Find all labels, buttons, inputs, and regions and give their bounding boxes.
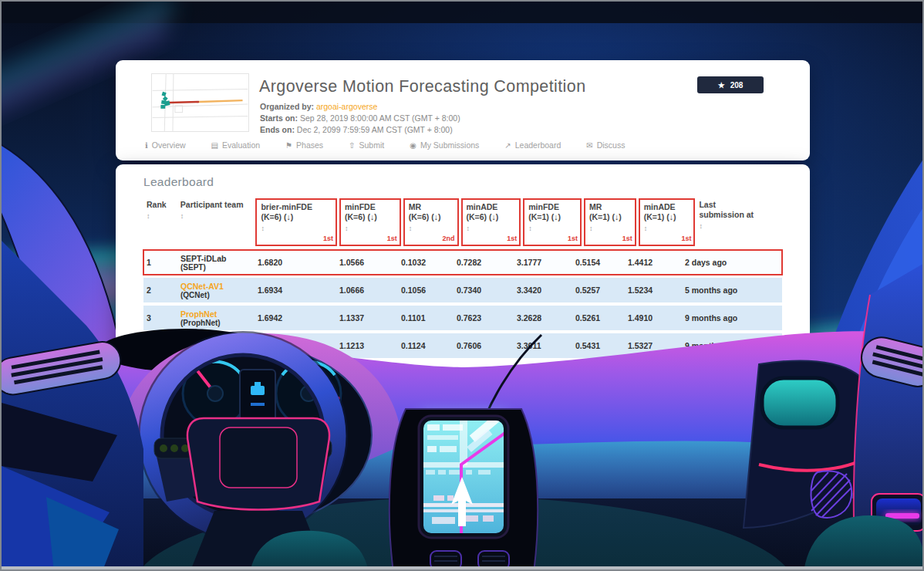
tab-submit[interactable]: ⇧Submit	[349, 140, 384, 150]
organizer-link[interactable]: argoai-argoverse	[316, 102, 377, 111]
tachometer-label: REV	[210, 418, 221, 424]
metric-value: 0.5154	[574, 256, 626, 269]
nav-screen-frame	[419, 416, 508, 538]
sort-icon[interactable]: ↕	[589, 224, 593, 234]
row-rank: 4	[143, 340, 179, 352]
column-header-mr-k6[interactable]: MR(K=6) (↓)↕2nd	[403, 198, 459, 246]
tab-label: Evaluation	[222, 140, 260, 150]
column-label: Rank	[147, 200, 177, 210]
tab-discuss[interactable]: ✉Discuss	[586, 140, 625, 150]
sort-icon[interactable]: ↕	[180, 211, 184, 221]
metric-value: 3.1777	[515, 256, 574, 269]
upload-icon: ⇧	[349, 141, 355, 150]
tab-evaluation[interactable]: ▤Evaluation	[211, 140, 261, 150]
page-title: Argoverse Motion Forecasting Competition	[259, 77, 586, 96]
tab-my-submissions[interactable]: ◉My Submissions	[410, 140, 479, 150]
column-header-mr-k1[interactable]: MR(K=1) (↓)↕1st	[584, 198, 636, 246]
sort-icon[interactable]: ↕	[345, 224, 349, 234]
column-header-minade-k6[interactable]: minADE(K=6) (↓)↕1st	[461, 198, 521, 246]
team-cell: QCNet-AV1(QCNet)	[179, 280, 256, 301]
row-rank: 3	[143, 312, 179, 324]
column-rank-badge: 1st	[568, 234, 578, 244]
column-rank-badge: 1st	[507, 234, 517, 244]
starts-on-line: Starts on: Sep 28, 2019 8:00:00 AM CST (…	[260, 113, 460, 123]
spoke-grille-right	[287, 438, 332, 458]
right-dash-vent	[811, 471, 851, 518]
left-seat	[250, 531, 369, 571]
discuss-icon: ✉	[586, 141, 592, 150]
team-name[interactable]: QCNet-AV1	[180, 282, 251, 291]
table-row: 3ProphNet(ProphNet)1.69421.13370.11010.7…	[143, 306, 782, 330]
tab-label: Overview	[152, 140, 186, 150]
leaderboard-body: 1SEPT-iDLab(SEPT)1.68201.05660.10320.728…	[143, 250, 782, 358]
tab-phases[interactable]: ⚑Phases	[285, 140, 323, 150]
left-door-handle	[2, 339, 123, 397]
column-header-last-submission[interactable]: Lastsubmission at↕	[697, 198, 782, 246]
column-sublabel: (K=6) (↓)	[409, 212, 454, 222]
metric-value: 0.1101	[400, 312, 455, 324]
bar-chart-icon: ▤	[211, 141, 218, 150]
competition-page: Argoverse Motion Forecasting Competition…	[116, 60, 810, 371]
right-seat	[804, 515, 924, 571]
column-label: brier-minFDE	[261, 202, 332, 212]
metric-value: 3.3611	[515, 340, 574, 352]
metric-value: 1.6934	[256, 284, 338, 296]
last-submission: 2 days ago	[683, 256, 768, 269]
column-label: minADE	[467, 202, 517, 212]
spoke-grille-left	[154, 438, 199, 458]
sort-icon[interactable]: ↕	[467, 224, 470, 234]
team-name: SEPT-iDLab	[180, 254, 251, 263]
sort-icon[interactable]: ↕	[644, 224, 648, 234]
metric-value: 0.5431	[574, 340, 626, 352]
sort-icon[interactable]: ↕	[409, 224, 413, 234]
nav-arrow-icon	[451, 477, 473, 526]
starts-on-value: Sep 28, 2019 8:00:00 AM CST (GMT + 8:00)	[300, 113, 460, 123]
metric-value: 0.7606	[455, 340, 515, 352]
star-count-button[interactable]: ★ 208	[697, 76, 764, 93]
column-sublabel: (K=6) (↓)	[261, 212, 332, 222]
sort-icon[interactable]: ↕	[528, 224, 532, 234]
metric-value: 0.7623	[455, 312, 515, 324]
team-name[interactable]: ProphNet	[180, 309, 251, 319]
right-door-handle	[858, 333, 924, 391]
leaderboard-header-row: Rank↕Participant team↕brier-minFDE(K=6) …	[143, 198, 782, 246]
door-armrest-light	[872, 494, 924, 531]
competition-tabs: ℹOverview▤Evaluation⚑Phases⇧Submit◉My Su…	[145, 140, 625, 150]
column-header-minfde-k1[interactable]: minFDE(K=1) (↓)↕1st	[523, 198, 582, 246]
sort-icon[interactable]: ↕	[147, 211, 150, 221]
metric-value: 3.3420	[515, 284, 574, 296]
steering-hub	[187, 418, 329, 510]
ends-on-line: Ends on: Dec 2, 2099 7:59:59 AM CST (GMT…	[260, 125, 453, 134]
column-rank-badge: 1st	[323, 234, 333, 244]
sort-icon[interactable]: ↕	[261, 224, 265, 234]
column-header-participant-team[interactable]: Participant team↕	[179, 198, 256, 246]
metric-value: 0.7282	[455, 256, 515, 269]
column-rank-badge: 1st	[681, 234, 691, 244]
star-icon: ★	[718, 81, 725, 90]
ends-on-value: Dec 2, 2099 7:59:59 AM CST (GMT + 8:00)	[297, 125, 453, 134]
eye-icon: ◉	[410, 141, 416, 150]
cluster-display	[240, 370, 275, 427]
team-affiliation: (QCNet)	[180, 291, 251, 299]
metric-value: 1.5234	[626, 284, 683, 296]
table-row: 4FFINet (FFINet)1.72861.12130.11240.7606…	[143, 333, 782, 358]
column-sublabel: (K=1) (↓)	[589, 212, 632, 222]
column-header-brier-minfde-k6[interactable]: brier-minFDE(K=6) (↓)↕1st	[255, 198, 337, 246]
metric-value: 1.6942	[256, 312, 338, 324]
metric-value: 0.7340	[455, 284, 515, 296]
column-rank-badge: 2nd	[442, 234, 454, 244]
column-header-rank[interactable]: Rank↕	[143, 198, 179, 246]
table-row: 2QCNet-AV1(QCNet)1.69341.06660.10560.734…	[143, 278, 782, 302]
metric-value: 0.5261	[574, 312, 626, 324]
column-sublabel: (K=1) (↓)	[644, 212, 691, 222]
sort-icon[interactable]: ↕	[699, 221, 703, 231]
column-header-minfde-k6[interactable]: minFDE(K=6) (↓)↕1st	[339, 198, 401, 246]
star-count: 208	[730, 81, 744, 90]
tab-overview[interactable]: ℹOverview	[145, 140, 186, 150]
column-label: MR	[589, 202, 632, 212]
speedometer-label: MPH	[302, 418, 315, 424]
column-header-minade-k1[interactable]: minADE(K=1) (↓)↕1st	[639, 198, 696, 246]
center-console	[389, 409, 538, 571]
tab-leaderboard[interactable]: ↗Leaderboard	[504, 140, 561, 150]
team-cell: SEPT-iDLab(SEPT)	[179, 252, 256, 273]
